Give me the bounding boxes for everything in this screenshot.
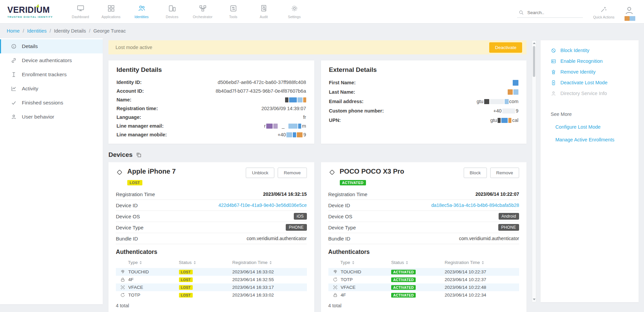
field-label: Bundle ID — [116, 236, 138, 241]
duplicate-icon[interactable] — [136, 152, 142, 158]
remove-device-button[interactable]: Remove — [278, 168, 307, 178]
phone-arrow-icon — [551, 80, 556, 86]
device-field-bundle-id: Bundle ID com.veridiumid.authenticator — [116, 233, 307, 244]
field-value: com.veridiumid.authenticator — [459, 236, 519, 241]
auth-col-registration-time[interactable]: Registration Time — [445, 260, 484, 265]
quick-actions-button[interactable]: Quick Actions — [593, 6, 614, 19]
identity-details-title: Identity Details — [117, 66, 306, 74]
nav-item-dashboard[interactable]: Dashboard — [65, 0, 96, 23]
tools-icon — [229, 4, 237, 12]
scroll-up-arrow[interactable] — [533, 42, 536, 44]
field-value: fr — [303, 115, 306, 120]
sort-icon — [352, 261, 354, 264]
magic-wand-icon — [600, 6, 607, 13]
authenticator-row[interactable]: VFACE LOST 2023/06/14 16:33:17 — [116, 283, 307, 291]
field-label: First Name: — [329, 80, 356, 85]
sidebar-item-finished-sessions[interactable]: Finished sessions — [0, 96, 103, 110]
block-identity-action[interactable]: Block Identity — [541, 45, 639, 56]
breadcrumb: Home / Identities / Identity Details / G… — [0, 24, 644, 38]
nav-item-applications[interactable]: Applications — [96, 0, 126, 23]
main-scrollbar[interactable] — [532, 40, 536, 302]
fingerprint-icon — [333, 269, 338, 274]
sidebar-item-user-behavior[interactable]: User behavior — [0, 110, 103, 124]
breadcrumb-identities[interactable]: Identities — [27, 28, 47, 34]
manage-active-enrollments-link[interactable]: Manage Active Enrollments — [541, 137, 639, 142]
auth-time: 2023/06/14 10:22:34 — [445, 293, 519, 298]
nav-item-tools[interactable]: Tools — [218, 0, 248, 23]
auth-time: 2023/06/14 10:22:48 — [445, 285, 519, 290]
breadcrumb-home[interactable]: Home — [7, 28, 20, 34]
redacted-value: gtucal — [490, 118, 518, 123]
identity-details-card: Identity Details Identity ID: d506ebd7-a… — [108, 60, 314, 144]
directory-service-info-action: Directory Service Info — [541, 88, 639, 99]
field-row-last-name: Last Name: — [329, 87, 519, 97]
unblock-device-button[interactable]: Unblock — [246, 168, 274, 178]
sort-icon — [482, 261, 484, 264]
sidebar-item-activity[interactable]: Activity — [0, 82, 103, 96]
field-label: Device Type — [116, 225, 143, 230]
block-icon — [551, 48, 556, 53]
scrollbar-thumb[interactable] — [533, 46, 535, 77]
nav-label: Applications — [101, 15, 121, 19]
nav-label: Dashboard — [72, 15, 89, 19]
auth-time: 2023/06/14 16:33:17 — [232, 285, 307, 290]
veridium-logo[interactable]: VERIDIUM TRUSTED DIGITAL IDENTITY — [7, 5, 60, 18]
activity-chart-icon — [11, 86, 17, 92]
remove-device-button[interactable]: Remove — [490, 168, 519, 178]
trash-icon — [551, 69, 556, 75]
enable-recognition-action[interactable]: Enable Recognition — [541, 56, 639, 66]
nav-label: Tools — [229, 15, 237, 19]
auth-status-badge: LOST — [179, 285, 193, 290]
auth-col-type[interactable]: Type — [340, 260, 354, 265]
id-card-icon — [551, 58, 556, 64]
avatar-icon — [625, 6, 634, 15]
field-row-line-manager-mobile: Line manager mobile: +409 — [117, 130, 306, 139]
sidebar-item-details[interactable]: Details — [0, 39, 103, 53]
sort-icon — [194, 261, 196, 264]
device-type-badge: PHONE — [286, 224, 307, 231]
deactivate-lost-mode-button[interactable]: Deactivate — [489, 42, 522, 53]
brand-name: VERIDIUM — [7, 5, 60, 15]
sidebar-item-enrollment-trackers[interactable]: Enrollment trackers — [0, 68, 103, 82]
nav-item-identities[interactable]: Identities — [126, 0, 157, 23]
auth-col-status[interactable]: Status — [179, 260, 196, 265]
device-name: POCO POCO X3 Pro — [340, 168, 404, 175]
nav-item-audit[interactable]: Audit — [248, 0, 279, 23]
auth-time: 2023/06/14 16:33:02 — [232, 293, 307, 298]
authenticator-row[interactable]: 4F LOST 2023/06/14 16:32:55 — [116, 276, 307, 283]
field-row-name: Name: — [117, 95, 306, 104]
authenticator-row[interactable]: 4F ACTIVATED 2023/06/14 10:22:34 — [328, 291, 519, 299]
authenticator-row[interactable]: TOUCHID LOST 2023/06/14 16:33:02 — [116, 268, 307, 276]
sidebar-item-label: User behavior — [22, 114, 54, 120]
authenticator-row[interactable]: TOTP LOST 2023/06/14 16:33:02 — [116, 291, 307, 299]
scroll-down-arrow[interactable] — [533, 299, 536, 300]
device-diamond-icon — [328, 169, 336, 176]
auth-col-type[interactable]: Type — [128, 260, 142, 265]
right-action-panel: Block Identity Enable Recognition Remove… — [541, 40, 639, 302]
configure-lost-mode-link[interactable]: Configure Lost Mode — [541, 124, 639, 130]
user-menu[interactable] — [625, 6, 635, 21]
redacted-value: r_m — [264, 123, 306, 129]
nav-item-settings[interactable]: Settings — [279, 0, 310, 23]
search-input[interactable] — [527, 10, 582, 15]
user-icon — [11, 114, 17, 120]
nav-label: Settings — [288, 15, 301, 19]
block-device-button[interactable]: Block — [464, 168, 487, 178]
device-id-link[interactable]: 422d4b67-f10e-41a9-9e40-3e56d036e5ce — [218, 203, 307, 208]
authenticator-row[interactable]: TOTP ACTIVATED 2023/06/14 10:22:37 — [328, 276, 519, 283]
authenticator-row[interactable]: VFACE ACTIVATED 2023/06/14 10:22:48 — [328, 283, 519, 291]
deactivate-lost-mode-action[interactable]: Deactivate Lost Mode — [541, 77, 639, 88]
remove-identity-action[interactable]: Remove Identity — [541, 66, 639, 77]
breadcrumb-identity-details: Identity Details — [54, 28, 86, 34]
nav-item-orchestrator[interactable]: Orchestrator — [187, 0, 218, 23]
device-id-link[interactable]: da18ec5a-361a-4c16-b4b6-894cbafa5b28 — [431, 203, 519, 208]
dashboard-icon — [77, 4, 85, 12]
field-row-upn: UPN: gtucal — [329, 116, 519, 125]
auth-col-status[interactable]: Status — [391, 260, 408, 265]
username-redacted — [625, 16, 635, 21]
authenticator-row[interactable]: TOUCHID ACTIVATED 2023/06/14 10:22:37 — [328, 268, 519, 276]
auth-col-registration-time[interactable]: Registration Time — [232, 260, 272, 265]
nav-item-devices[interactable]: Devices — [157, 0, 187, 23]
field-label: Device OS — [328, 214, 353, 219]
sidebar-item-device-authenticators[interactable]: Device authenticators — [0, 53, 103, 68]
